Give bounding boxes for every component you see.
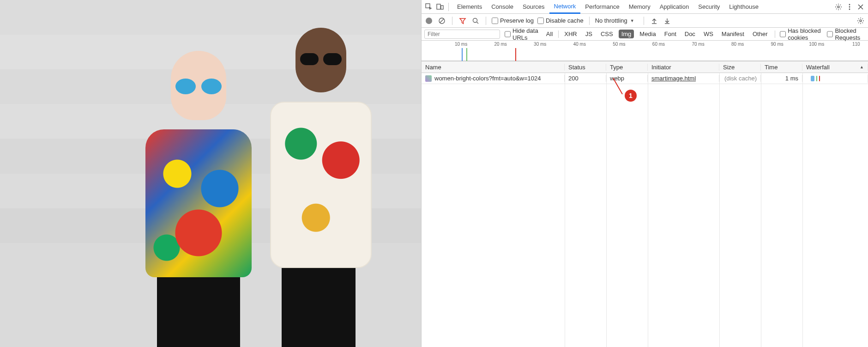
svg-point-5 <box>849 6 850 7</box>
svg-point-6 <box>849 8 850 10</box>
device-toolbar-icon[interactable] <box>435 2 445 12</box>
tab-lighthouse[interactable]: Lighthouse <box>724 0 763 14</box>
timeline-tick: 20 ms <box>494 42 507 47</box>
col-initiator-header[interactable]: Initiator <box>648 64 719 71</box>
tab-security[interactable]: Security <box>693 0 724 14</box>
col-status-header[interactable]: Status <box>565 64 606 71</box>
tab-memory[interactable]: Memory <box>624 0 655 14</box>
tab-application[interactable]: Application <box>655 0 694 14</box>
network-toolbar: Preserve log Disable cache No throttling… <box>422 14 868 28</box>
col-type-header[interactable]: Type <box>606 64 648 71</box>
filter-type-doc[interactable]: Doc <box>682 30 698 38</box>
tab-elements[interactable]: Elements <box>452 0 487 14</box>
page-preview <box>0 0 421 347</box>
tab-network[interactable]: Network <box>549 0 581 14</box>
table-header[interactable]: Name Status Type Initiator Size Time Wat… <box>422 61 868 73</box>
filter-type-font[interactable]: Font <box>662 30 679 38</box>
filter-input[interactable] <box>424 30 500 39</box>
export-har-icon[interactable] <box>663 16 672 25</box>
svg-rect-1 <box>437 4 440 9</box>
devtools-tabbar: ElementsConsoleSourcesNetworkPerformance… <box>422 0 868 14</box>
timeline-tick: 110 <box>852 42 860 47</box>
preview-image <box>0 0 421 347</box>
network-settings-gear-icon[interactable] <box>856 16 865 25</box>
svg-rect-2 <box>441 6 443 9</box>
filter-type-css[interactable]: CSS <box>598 30 616 38</box>
annotation-badge-1: 1 <box>625 90 637 102</box>
filter-type-all[interactable]: All <box>543 30 555 38</box>
filter-type-js[interactable]: JS <box>583 30 595 38</box>
col-time-header[interactable]: Time <box>761 64 802 71</box>
throttling-select[interactable]: No throttling▼ <box>595 17 638 24</box>
record-button[interactable] <box>424 16 434 25</box>
inspect-element-icon[interactable] <box>424 2 434 12</box>
svg-point-3 <box>838 6 839 8</box>
tab-sources[interactable]: Sources <box>518 0 549 14</box>
devtools-panel: ElementsConsoleSourcesNetworkPerformance… <box>421 0 868 347</box>
timeline-tick: 50 ms <box>613 42 625 47</box>
filter-type-img[interactable]: Img <box>619 30 634 38</box>
timeline-tick: 90 ms <box>771 42 784 47</box>
filter-type-xhr[interactable]: XHR <box>561 30 579 38</box>
svg-point-8 <box>473 18 477 22</box>
col-size-header[interactable]: Size <box>719 64 761 71</box>
timeline-tick: 80 ms <box>731 42 744 47</box>
timeline-tick: 60 ms <box>652 42 665 47</box>
disable-cache-checkbox[interactable]: Disable cache <box>537 17 584 24</box>
network-filter-bar: Hide data URLs AllXHRJSCSSImgMediaFontDo… <box>422 28 868 41</box>
tab-console[interactable]: Console <box>487 0 518 14</box>
network-requests-table: Name Status Type Initiator Size Time Wat… <box>422 61 868 347</box>
hide-data-urls-checkbox[interactable]: Hide data URLs <box>505 27 539 41</box>
col-name-header[interactable]: Name <box>422 64 565 71</box>
svg-point-9 <box>860 20 862 22</box>
svg-point-4 <box>849 4 850 5</box>
blocked-requests-checkbox[interactable]: Blocked Requests <box>827 27 865 41</box>
timeline-tick: 10 ms <box>455 42 467 47</box>
search-icon[interactable] <box>471 16 480 25</box>
timeline-tick: 30 ms <box>534 42 546 47</box>
timeline-tick: 70 ms <box>692 42 704 47</box>
filter-type-ws[interactable]: WS <box>701 30 716 38</box>
tab-performance[interactable]: Performance <box>580 0 624 14</box>
import-har-icon[interactable] <box>650 16 659 25</box>
filter-type-other[interactable]: Other <box>750 30 771 38</box>
timeline-overview[interactable]: 10 ms20 ms30 ms40 ms50 ms60 ms70 ms80 ms… <box>422 41 868 61</box>
has-blocked-cookies-checkbox[interactable]: Has blocked cookies <box>780 27 822 41</box>
filter-type-media[interactable]: Media <box>637 30 658 38</box>
close-devtools-icon[interactable] <box>856 2 865 12</box>
col-waterfall-header[interactable]: Waterfall▲ <box>802 64 868 71</box>
more-menu-icon[interactable] <box>845 2 854 12</box>
filter-funnel-icon[interactable] <box>458 16 467 25</box>
timeline-tick: 100 ms <box>809 42 824 47</box>
timeline-tick: 40 ms <box>573 42 586 47</box>
preserve-log-checkbox[interactable]: Preserve log <box>492 17 534 24</box>
waterfall-bar <box>806 74 864 83</box>
clear-log-icon[interactable] <box>437 16 446 25</box>
settings-gear-icon[interactable] <box>834 2 843 12</box>
filter-type-manifest[interactable]: Manifest <box>719 30 747 38</box>
